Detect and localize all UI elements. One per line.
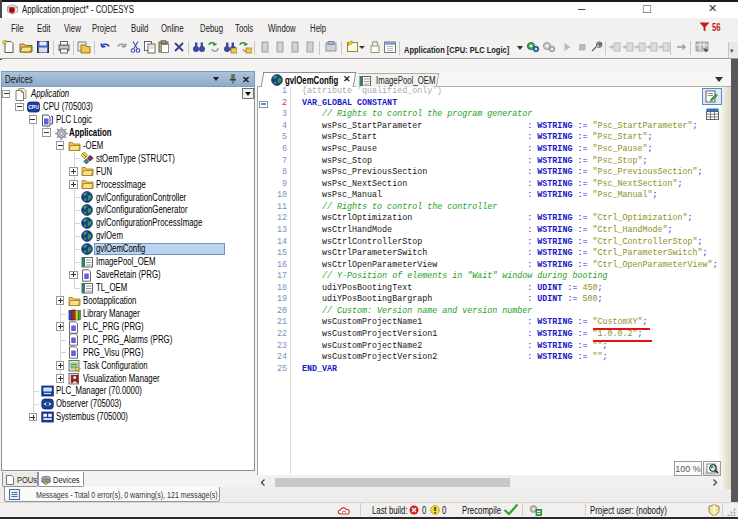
svg-text:CPU: CPU xyxy=(28,104,39,110)
